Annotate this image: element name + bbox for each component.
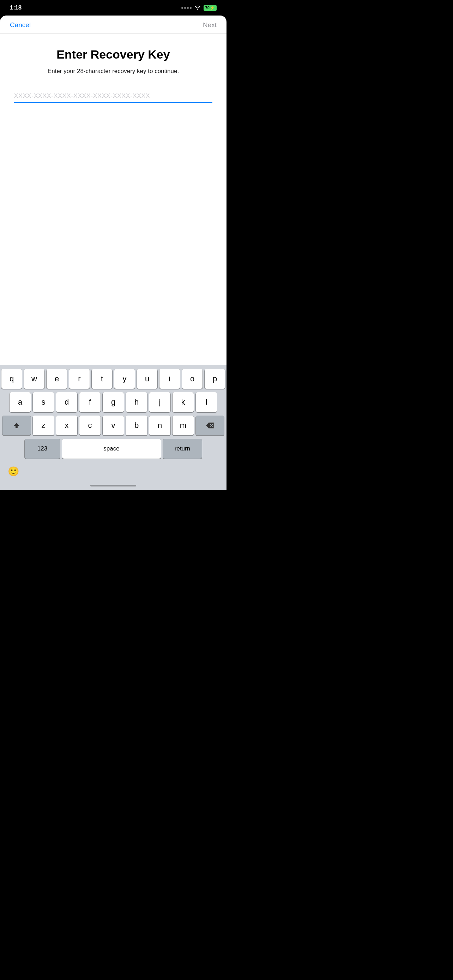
status-icons: 70 ⚡ [181,5,217,11]
key-y[interactable]: y [114,369,135,389]
keyboard-row-1: q w e r t y u i o p [2,369,225,389]
key-h[interactable]: h [126,392,147,412]
key-p[interactable]: p [205,369,225,389]
key-u[interactable]: u [137,369,157,389]
nav-bar: Cancel Next [0,16,227,33]
shift-key[interactable] [2,415,31,435]
key-z[interactable]: z [33,415,54,435]
emoji-button[interactable]: 🙂 [6,463,21,479]
cancel-button[interactable]: Cancel [10,21,31,29]
wifi-icon [194,5,201,11]
backspace-key[interactable] [196,415,224,435]
key-c[interactable]: c [79,415,100,435]
key-t[interactable]: t [92,369,112,389]
key-i[interactable]: i [159,369,180,389]
key-x[interactable]: x [56,415,77,435]
key-k[interactable]: k [173,392,194,412]
key-q[interactable]: q [2,369,22,389]
key-v[interactable]: v [103,415,124,435]
space-key[interactable]: space [62,439,161,458]
status-time: 1:18 [10,4,22,11]
numbers-key[interactable]: 123 [25,439,60,458]
keyboard-row-2: a s d f g h j k l [2,392,225,412]
key-l[interactable]: l [196,392,217,412]
keyboard-row-4: 123 space return [2,439,225,458]
key-m[interactable]: m [173,415,194,435]
recovery-key-input[interactable] [14,92,212,99]
signal-dots-icon [181,7,192,9]
key-j[interactable]: j [149,392,170,412]
battery-icon: 70 ⚡ [203,5,217,11]
key-g[interactable]: g [103,392,124,412]
key-w[interactable]: w [24,369,45,389]
home-indicator [90,485,136,487]
key-f[interactable]: f [79,392,100,412]
content-area: Enter Recovery Key Enter your 28-charact… [0,33,227,237]
status-bar: 1:18 70 ⚡ [0,0,227,16]
keyboard: q w e r t y u i o p a s d f g h j k l [0,365,227,482]
page-title: Enter Recovery Key [13,48,214,61]
home-indicator-bar [0,482,227,490]
key-o[interactable]: o [182,369,202,389]
key-b[interactable]: b [126,415,147,435]
next-button[interactable]: Next [203,21,217,29]
keyboard-bottom-bar: 🙂 [2,462,225,480]
key-d[interactable]: d [56,392,77,412]
key-n[interactable]: n [149,415,170,435]
return-key[interactable]: return [163,439,202,458]
key-s[interactable]: s [33,392,54,412]
recovery-key-input-wrapper [14,92,212,103]
keyboard-row-3: z x c v b n m [2,415,225,435]
main-sheet: Cancel Next Enter Recovery Key Enter you… [0,16,227,490]
key-a[interactable]: a [10,392,31,412]
key-r[interactable]: r [69,369,90,389]
page-subtitle: Enter your 28-character recovery key to … [13,67,214,75]
key-e[interactable]: e [46,369,67,389]
